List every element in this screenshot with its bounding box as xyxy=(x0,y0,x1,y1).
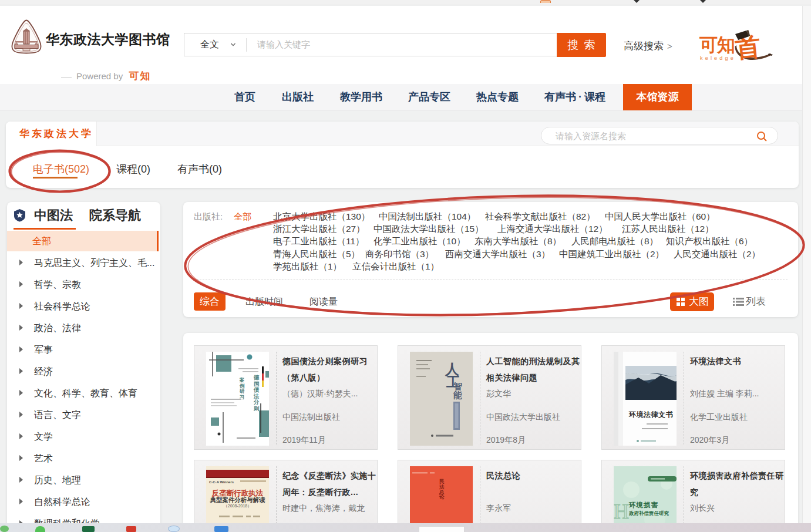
svg-text:C·C·A Winners: C·C·A Winners xyxy=(209,480,234,484)
svg-text:环境损害: 环境损害 xyxy=(628,501,658,509)
svg-text:民法总论: 民法总论 xyxy=(439,479,445,500)
svg-text:可知: 可知 xyxy=(699,35,735,55)
svg-text:政府补偿责任研究: 政府补偿责任研究 xyxy=(628,510,669,516)
svg-text:keledge: keledge xyxy=(700,55,736,61)
svg-text:反垄断行政执法: 反垄断行政执法 xyxy=(211,489,264,497)
svg-text:德国债法分则: 德国债法分则 xyxy=(253,374,260,412)
svg-text:案例研习: 案例研习 xyxy=(239,377,245,400)
svg-text:H: H xyxy=(614,500,629,523)
svg-text:能: 能 xyxy=(453,390,462,400)
svg-text:环境法律文书: 环境法律文书 xyxy=(628,410,674,419)
svg-text:（2008-2018）: （2008-2018） xyxy=(224,504,251,509)
svg-text:典型案件分析与解读: 典型案件分析与解读 xyxy=(210,496,265,503)
